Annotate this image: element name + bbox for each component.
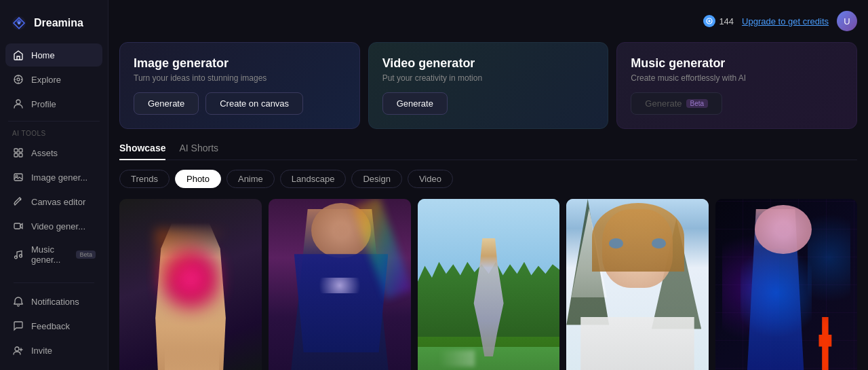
sidebar-item-feedback-label: Feedback xyxy=(31,321,70,331)
sidebar-item-home[interactable]: Home xyxy=(5,43,102,67)
topbar: 144 Upgrade to get credits U xyxy=(119,11,857,31)
logo-text: Dreamina xyxy=(34,17,83,29)
tools-nav-section: Assets Image gener... Canvas editor Vide… xyxy=(0,141,108,270)
image-generator-icon xyxy=(12,171,24,183)
invite-icon xyxy=(12,344,24,356)
sidebar-item-profile-label: Profile xyxy=(31,99,56,109)
svg-rect-7 xyxy=(19,153,22,157)
image-generator-buttons: Generate Create on canvas xyxy=(134,92,346,115)
image-generator-title: Image generator xyxy=(134,56,346,71)
sidebar-item-image-generator[interactable]: Image gener... xyxy=(5,166,102,189)
explore-icon xyxy=(12,73,24,86)
sidebar: Dreamina Home Explore Profile AI tools xyxy=(0,0,108,370)
profile-icon xyxy=(12,98,24,110)
dreamina-logo-icon xyxy=(9,14,28,33)
svg-rect-5 xyxy=(19,149,22,152)
sidebar-bottom: Notifications Feedback Invite xyxy=(0,277,108,362)
logo-area: Dreamina xyxy=(0,8,108,43)
gallery-item-5[interactable] xyxy=(715,199,857,370)
filter-design[interactable]: Design xyxy=(351,170,401,188)
filter-photo[interactable]: Photo xyxy=(175,170,221,188)
sidebar-item-canvas-editor-label: Canvas editor xyxy=(31,197,85,207)
filter-trends[interactable]: Trends xyxy=(119,170,170,188)
image-create-on-canvas-button[interactable]: Create on canvas xyxy=(205,92,303,115)
upgrade-link[interactable]: Upgrade to get credits xyxy=(742,16,829,26)
sidebar-item-invite[interactable]: Invite xyxy=(5,339,102,362)
sidebar-item-assets[interactable]: Assets xyxy=(5,141,102,164)
video-generator-subtitle: Put your creativity in motion xyxy=(382,73,595,83)
image-generator-card: Image generator Turn your ideas into stu… xyxy=(119,42,360,129)
svg-rect-4 xyxy=(14,149,18,152)
video-generator-card: Video generator Put your creativity in m… xyxy=(368,42,609,129)
gallery-item-4[interactable] xyxy=(566,199,708,370)
sidebar-item-notifications[interactable]: Notifications xyxy=(5,290,102,313)
credits-icon xyxy=(703,15,715,27)
gallery-item-3[interactable] xyxy=(418,199,559,370)
sidebar-item-notifications-label: Notifications xyxy=(31,297,79,307)
music-generator-subtitle: Create music effortlessly with AI xyxy=(631,73,843,83)
tab-showcase[interactable]: Showcase xyxy=(119,143,165,160)
music-generator-title: Music generator xyxy=(631,56,843,71)
sidebar-item-music-generator-label: Music gener... xyxy=(31,244,68,265)
svg-rect-6 xyxy=(14,153,18,157)
music-beta-badge: Beta xyxy=(76,251,96,259)
sidebar-item-video-generator[interactable]: Video gener... xyxy=(5,215,102,238)
sidebar-item-feedback[interactable]: Feedback xyxy=(5,314,102,337)
video-generator-icon xyxy=(12,220,24,232)
feedback-icon xyxy=(12,320,24,332)
sidebar-item-home-label: Home xyxy=(31,50,55,60)
generator-cards: Image generator Turn your ideas into stu… xyxy=(119,42,857,129)
svg-point-12 xyxy=(20,255,22,257)
credits-badge: 144 xyxy=(703,15,734,27)
filter-landscape[interactable]: Landscape xyxy=(280,170,347,188)
home-icon xyxy=(12,49,24,61)
nav-divider xyxy=(8,121,100,122)
filter-anime[interactable]: Anime xyxy=(226,170,275,188)
sidebar-item-explore[interactable]: Explore xyxy=(5,68,102,91)
music-generator-card: Music generator Create music effortlessl… xyxy=(616,42,857,129)
gallery-item-1[interactable]: Prettygirl 8 59 xyxy=(119,199,262,370)
sidebar-item-music-generator[interactable]: Music gener... Beta xyxy=(5,239,102,270)
svg-point-11 xyxy=(15,256,18,259)
music-generate-button: Generate Beta xyxy=(631,92,722,115)
sidebar-item-canvas-editor[interactable]: Canvas editor xyxy=(5,190,102,213)
sidebar-item-explore-label: Explore xyxy=(31,75,61,85)
canvas-editor-icon xyxy=(12,196,24,208)
assets-icon xyxy=(12,147,24,159)
image-grid: Prettygirl 8 59 xyxy=(119,199,857,370)
tab-ai-shorts[interactable]: AI Shorts xyxy=(179,143,218,160)
sidebar-item-invite-label: Invite xyxy=(31,346,52,356)
sidebar-item-image-generator-label: Image gener... xyxy=(31,172,87,183)
svg-point-2 xyxy=(17,78,20,81)
main-content: 144 Upgrade to get credits U Image gener… xyxy=(108,0,868,370)
music-generator-icon xyxy=(12,248,24,261)
credits-count: 144 xyxy=(719,16,734,26)
notifications-icon xyxy=(12,295,24,308)
svg-point-3 xyxy=(16,100,20,104)
bottom-divider xyxy=(14,282,94,283)
video-generate-button[interactable]: Generate xyxy=(382,92,448,115)
image-generator-subtitle: Turn your ideas into stunning images xyxy=(134,73,346,83)
image-generate-button[interactable]: Generate xyxy=(134,92,199,115)
svg-point-13 xyxy=(15,347,19,351)
sidebar-item-assets-label: Assets xyxy=(31,148,58,158)
ai-tools-section-label: AI tools xyxy=(0,127,108,141)
nav-section: Home Explore Profile xyxy=(0,43,108,115)
filter-row: Trends Photo Anime Landscape Design Vide… xyxy=(119,170,857,188)
svg-rect-10 xyxy=(14,223,20,229)
tabs-row: Showcase AI Shorts xyxy=(119,143,857,160)
music-beta-label: Beta xyxy=(686,99,709,108)
svg-point-0 xyxy=(18,22,20,24)
user-avatar[interactable]: U xyxy=(837,11,857,31)
video-generator-buttons: Generate xyxy=(382,92,595,115)
video-generator-title: Video generator xyxy=(382,56,595,71)
gallery-item-2[interactable]: TheodosiaPorter 6 135 xyxy=(269,199,411,370)
music-generator-buttons: Generate Beta xyxy=(631,92,843,115)
sidebar-item-profile[interactable]: Profile xyxy=(5,92,102,115)
filter-video[interactable]: Video xyxy=(408,170,453,188)
sidebar-item-video-generator-label: Video gener... xyxy=(31,221,85,232)
